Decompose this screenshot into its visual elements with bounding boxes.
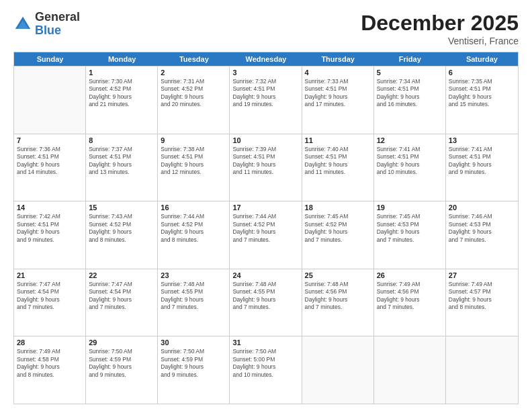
calendar-cell: 6Sunrise: 7:35 AM Sunset: 4:51 PM Daylig… <box>446 66 518 134</box>
day-number: 18 <box>305 203 371 212</box>
calendar-row-2: 7Sunrise: 7:36 AM Sunset: 4:51 PM Daylig… <box>14 134 518 201</box>
day-number: 12 <box>377 136 443 144</box>
day-number: 30 <box>161 338 226 347</box>
calendar-cell: 25Sunrise: 7:48 AM Sunset: 4:56 PM Dayli… <box>302 269 374 336</box>
day-info: Sunrise: 7:45 AM Sunset: 4:52 PM Dayligh… <box>305 213 371 244</box>
calendar-cell: 15Sunrise: 7:43 AM Sunset: 4:52 PM Dayli… <box>86 201 158 269</box>
calendar: SundayMondayTuesdayWednesdayThursdayFrid… <box>13 52 519 404</box>
calendar-cell <box>374 336 446 404</box>
calendar-body: 1Sunrise: 7:30 AM Sunset: 4:52 PM Daylig… <box>14 66 518 404</box>
calendar-cell: 14Sunrise: 7:42 AM Sunset: 4:51 PM Dayli… <box>14 201 86 269</box>
header-day-thursday: Thursday <box>302 52 374 66</box>
day-number: 14 <box>17 203 83 212</box>
day-info: Sunrise: 7:36 AM Sunset: 4:51 PM Dayligh… <box>17 146 83 177</box>
calendar-cell: 27Sunrise: 7:49 AM Sunset: 4:57 PM Dayli… <box>446 269 518 336</box>
logo-icon <box>13 15 32 34</box>
day-info: Sunrise: 7:32 AM Sunset: 4:51 PM Dayligh… <box>232 78 298 109</box>
calendar-cell: 4Sunrise: 7:33 AM Sunset: 4:51 PM Daylig… <box>302 66 374 134</box>
day-info: Sunrise: 7:50 AM Sunset: 5:00 PM Dayligh… <box>232 348 298 379</box>
day-number: 25 <box>305 271 371 279</box>
calendar-cell: 10Sunrise: 7:39 AM Sunset: 4:51 PM Dayli… <box>230 134 302 201</box>
day-info: Sunrise: 7:40 AM Sunset: 4:51 PM Dayligh… <box>305 146 371 177</box>
calendar-cell: 28Sunrise: 7:49 AM Sunset: 4:58 PM Dayli… <box>14 336 86 404</box>
logo-text: General Blue <box>35 11 80 38</box>
day-info: Sunrise: 7:46 AM Sunset: 4:53 PM Dayligh… <box>449 213 515 244</box>
day-info: Sunrise: 7:49 AM Sunset: 4:57 PM Dayligh… <box>449 281 515 312</box>
day-info: Sunrise: 7:39 AM Sunset: 4:51 PM Dayligh… <box>232 146 298 177</box>
day-number: 2 <box>161 68 226 77</box>
calendar-cell: 2Sunrise: 7:31 AM Sunset: 4:52 PM Daylig… <box>158 66 230 134</box>
day-number: 9 <box>161 136 226 144</box>
location: Ventiseri, France <box>361 36 519 46</box>
day-info: Sunrise: 7:47 AM Sunset: 4:54 PM Dayligh… <box>89 281 154 312</box>
calendar-cell <box>14 66 86 134</box>
calendar-cell: 31Sunrise: 7:50 AM Sunset: 5:00 PM Dayli… <box>230 336 302 404</box>
day-number: 3 <box>232 68 298 77</box>
calendar-cell: 13Sunrise: 7:41 AM Sunset: 4:51 PM Dayli… <box>446 134 518 201</box>
day-info: Sunrise: 7:42 AM Sunset: 4:51 PM Dayligh… <box>17 213 83 244</box>
header-day-wednesday: Wednesday <box>230 52 302 66</box>
calendar-cell: 8Sunrise: 7:37 AM Sunset: 4:51 PM Daylig… <box>86 134 158 201</box>
calendar-cell: 11Sunrise: 7:40 AM Sunset: 4:51 PM Dayli… <box>302 134 374 201</box>
calendar-cell: 30Sunrise: 7:50 AM Sunset: 4:59 PM Dayli… <box>158 336 230 404</box>
day-info: Sunrise: 7:41 AM Sunset: 4:51 PM Dayligh… <box>377 146 443 177</box>
day-number: 10 <box>232 136 298 144</box>
calendar-cell <box>302 336 374 404</box>
day-info: Sunrise: 7:50 AM Sunset: 4:59 PM Dayligh… <box>161 348 226 379</box>
day-number: 4 <box>305 68 371 77</box>
day-info: Sunrise: 7:48 AM Sunset: 4:55 PM Dayligh… <box>232 281 298 312</box>
day-number: 7 <box>17 136 83 144</box>
calendar-cell: 26Sunrise: 7:49 AM Sunset: 4:56 PM Dayli… <box>374 269 446 336</box>
day-info: Sunrise: 7:50 AM Sunset: 4:59 PM Dayligh… <box>89 348 154 379</box>
calendar-cell: 29Sunrise: 7:50 AM Sunset: 4:59 PM Dayli… <box>86 336 158 404</box>
calendar-row-5: 28Sunrise: 7:49 AM Sunset: 4:58 PM Dayli… <box>14 336 518 404</box>
day-info: Sunrise: 7:44 AM Sunset: 4:52 PM Dayligh… <box>232 213 298 244</box>
month-title: December 2025 <box>361 11 519 36</box>
day-number: 23 <box>161 271 226 279</box>
calendar-row-1: 1Sunrise: 7:30 AM Sunset: 4:52 PM Daylig… <box>14 66 518 134</box>
day-number: 13 <box>449 136 515 144</box>
day-info: Sunrise: 7:44 AM Sunset: 4:52 PM Dayligh… <box>161 213 226 244</box>
day-number: 24 <box>232 271 298 279</box>
header-day-saturday: Saturday <box>446 52 518 66</box>
day-info: Sunrise: 7:47 AM Sunset: 4:54 PM Dayligh… <box>17 281 83 312</box>
title-section: December 2025 Ventiseri, France <box>361 11 519 46</box>
day-number: 5 <box>377 68 443 77</box>
day-info: Sunrise: 7:45 AM Sunset: 4:53 PM Dayligh… <box>377 213 443 244</box>
day-number: 22 <box>89 271 154 279</box>
calendar-cell: 5Sunrise: 7:34 AM Sunset: 4:51 PM Daylig… <box>374 66 446 134</box>
calendar-cell: 17Sunrise: 7:44 AM Sunset: 4:52 PM Dayli… <box>230 201 302 269</box>
day-info: Sunrise: 7:33 AM Sunset: 4:51 PM Dayligh… <box>305 78 371 109</box>
page: General Blue December 2025 Ventiseri, Fr… <box>0 0 532 411</box>
day-info: Sunrise: 7:49 AM Sunset: 4:56 PM Dayligh… <box>377 281 443 312</box>
day-number: 28 <box>17 338 83 347</box>
day-number: 1 <box>89 68 154 77</box>
calendar-cell: 1Sunrise: 7:30 AM Sunset: 4:52 PM Daylig… <box>86 66 158 134</box>
calendar-cell: 3Sunrise: 7:32 AM Sunset: 4:51 PM Daylig… <box>230 66 302 134</box>
calendar-row-3: 14Sunrise: 7:42 AM Sunset: 4:51 PM Dayli… <box>14 201 518 269</box>
calendar-cell: 16Sunrise: 7:44 AM Sunset: 4:52 PM Dayli… <box>158 201 230 269</box>
day-info: Sunrise: 7:31 AM Sunset: 4:52 PM Dayligh… <box>161 78 226 109</box>
day-number: 6 <box>449 68 515 77</box>
day-info: Sunrise: 7:37 AM Sunset: 4:51 PM Dayligh… <box>89 146 154 177</box>
calendar-row-4: 21Sunrise: 7:47 AM Sunset: 4:54 PM Dayli… <box>14 269 518 336</box>
day-number: 11 <box>305 136 371 144</box>
day-info: Sunrise: 7:43 AM Sunset: 4:52 PM Dayligh… <box>89 213 154 244</box>
header-day-friday: Friday <box>374 52 446 66</box>
logo-general: General <box>35 11 80 24</box>
day-info: Sunrise: 7:48 AM Sunset: 4:56 PM Dayligh… <box>305 281 371 312</box>
day-number: 27 <box>449 271 515 279</box>
calendar-cell: 19Sunrise: 7:45 AM Sunset: 4:53 PM Dayli… <box>374 201 446 269</box>
calendar-header: SundayMondayTuesdayWednesdayThursdayFrid… <box>14 52 518 66</box>
calendar-cell: 7Sunrise: 7:36 AM Sunset: 4:51 PM Daylig… <box>14 134 86 201</box>
logo-blue: Blue <box>35 24 80 38</box>
day-number: 15 <box>89 203 154 212</box>
day-number: 29 <box>89 338 154 347</box>
day-number: 21 <box>17 271 83 279</box>
calendar-cell: 18Sunrise: 7:45 AM Sunset: 4:52 PM Dayli… <box>302 201 374 269</box>
day-number: 20 <box>449 203 515 212</box>
calendar-cell <box>446 336 518 404</box>
day-info: Sunrise: 7:48 AM Sunset: 4:55 PM Dayligh… <box>161 281 226 312</box>
calendar-cell: 23Sunrise: 7:48 AM Sunset: 4:55 PM Dayli… <box>158 269 230 336</box>
day-info: Sunrise: 7:38 AM Sunset: 4:51 PM Dayligh… <box>161 146 226 177</box>
